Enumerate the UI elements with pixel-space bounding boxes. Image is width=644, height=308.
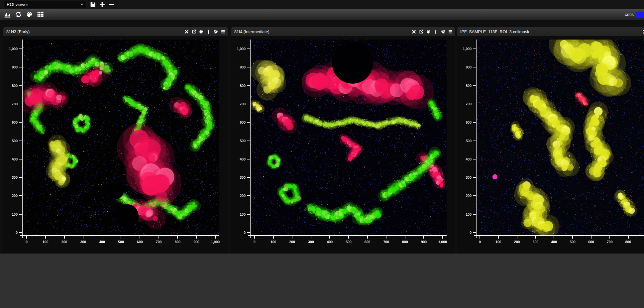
y-tick — [19, 177, 22, 178]
open-external-icon[interactable] — [192, 30, 196, 34]
y-tick-label: 900 — [231, 65, 246, 69]
add-panel-button[interactable] — [99, 2, 105, 7]
x-tick-label: 600 — [584, 240, 599, 244]
x-tick — [572, 236, 573, 239]
panel-header[interactable]: 81I4 (Intermediate) — [231, 27, 455, 36]
info-icon[interactable] — [434, 30, 438, 34]
viewer-mode-select[interactable]: ROI viewer — [4, 1, 86, 8]
panel-title: 81N3 (Early) — [6, 30, 30, 34]
y-tick-label: 0 — [457, 231, 472, 235]
y-tick-label: 900 — [3, 65, 18, 69]
x-tick — [348, 236, 349, 239]
info-icon[interactable] — [206, 30, 211, 34]
save-layout-button[interactable] — [90, 2, 96, 7]
x-tick-label: 600 — [132, 240, 148, 244]
x-tick — [311, 236, 311, 239]
panel-title: IPF_SAMPLE_113F_ROI_3-cellmask — [460, 30, 529, 34]
settings-icon[interactable] — [214, 30, 218, 34]
x-tick-label: 600 — [360, 240, 375, 244]
menu-icon[interactable] — [448, 30, 453, 34]
x-tick-label: 0 — [19, 240, 34, 244]
refresh-icon — [15, 11, 22, 18]
remove-panel-button[interactable] — [109, 2, 114, 7]
x-tick — [292, 236, 292, 239]
x-tick — [159, 236, 159, 239]
y-tick — [247, 177, 250, 178]
y-tick-label: 600 — [231, 120, 246, 124]
y-tick-label: 500 — [231, 139, 246, 143]
y-tick-label: 800 — [3, 84, 18, 88]
x-tick-label: 500 — [565, 240, 580, 244]
x-tick — [405, 236, 405, 239]
x-tick — [498, 236, 499, 239]
y-axis-line — [250, 40, 251, 238]
y-tick — [473, 232, 476, 233]
panel-body: 1,00090080070060050040030020010000100200… — [231, 36, 455, 254]
y-tick-label: 300 — [457, 175, 472, 179]
y-tick — [19, 141, 22, 141]
x-tick-label: 400 — [546, 240, 562, 244]
microscopy-image[interactable] — [251, 40, 447, 236]
cells-layer-label: cells — [625, 12, 634, 17]
cells-color-swatch[interactable] — [636, 12, 644, 18]
close-icon[interactable] — [643, 30, 644, 34]
panel-header[interactable]: IPF_SAMPLE_113F_ROI_3-cellmask — [457, 27, 644, 36]
x-tick-label: 0 — [247, 240, 262, 244]
palette-icon[interactable] — [199, 30, 203, 34]
palette-icon[interactable] — [426, 30, 431, 34]
palette-button[interactable] — [26, 11, 33, 18]
y-tick-label: 300 — [3, 175, 18, 179]
x-tick — [386, 236, 386, 239]
x-tick — [480, 236, 480, 239]
open-external-icon[interactable] — [419, 30, 423, 34]
x-tick — [26, 236, 27, 239]
x-tick-label: 100 — [491, 240, 506, 244]
close-icon[interactable] — [184, 30, 189, 34]
x-tick — [64, 236, 65, 239]
chevron-down-icon — [80, 2, 84, 7]
panel-controls — [412, 30, 453, 34]
x-tick — [177, 236, 178, 239]
panel-body: 1,00090080070060050040030020010000100200… — [3, 36, 228, 254]
x-tick-label: 400 — [94, 240, 110, 244]
roi-panels-row: 81N3 (Early) 1,0009008007006005004003002… — [3, 27, 644, 254]
x-tick — [591, 236, 591, 239]
refresh-button[interactable] — [15, 11, 22, 18]
panel-controls — [184, 30, 225, 34]
x-tick — [196, 236, 197, 239]
close-icon[interactable] — [412, 30, 416, 34]
x-tick — [254, 236, 255, 239]
plus-icon — [99, 2, 105, 7]
y-tick-label: 800 — [457, 84, 472, 88]
y-tick-label: 1,000 — [457, 47, 472, 51]
y-tick-label: 600 — [457, 120, 472, 124]
panel-header[interactable]: 81N3 (Early) — [3, 27, 228, 36]
x-tick-label: 200 — [57, 240, 72, 244]
y-tick — [19, 49, 22, 49]
barchart-button[interactable] — [4, 11, 11, 18]
x-tick — [628, 236, 629, 239]
roi-panel: 81N3 (Early) 1,0009008007006005004003002… — [3, 27, 228, 254]
x-tick-label: 900 — [189, 240, 204, 244]
y-tick — [247, 195, 250, 196]
y-tick — [473, 49, 476, 49]
viewer-mode-value: ROI viewer — [7, 2, 28, 7]
x-axis-line — [248, 235, 447, 236]
x-tick — [609, 236, 610, 239]
y-axis-line — [22, 40, 23, 238]
x-tick-label: 300 — [303, 240, 319, 244]
microscopy-image[interactable] — [23, 40, 219, 236]
y-tick-label: 500 — [3, 139, 18, 143]
x-axis-line — [20, 235, 219, 236]
y-tick — [473, 177, 476, 178]
y-tick — [247, 159, 250, 159]
x-tick — [83, 236, 83, 239]
x-tick-label: 0 — [472, 240, 487, 244]
y-tick — [247, 104, 250, 104]
grid-button[interactable] — [37, 11, 44, 18]
microscopy-image[interactable] — [477, 40, 644, 236]
settings-icon[interactable] — [441, 30, 445, 34]
x-tick — [442, 236, 443, 239]
roi-panel: 81I4 (Intermediate) 1,000900800700600500… — [231, 27, 455, 254]
menu-icon[interactable] — [221, 30, 225, 34]
